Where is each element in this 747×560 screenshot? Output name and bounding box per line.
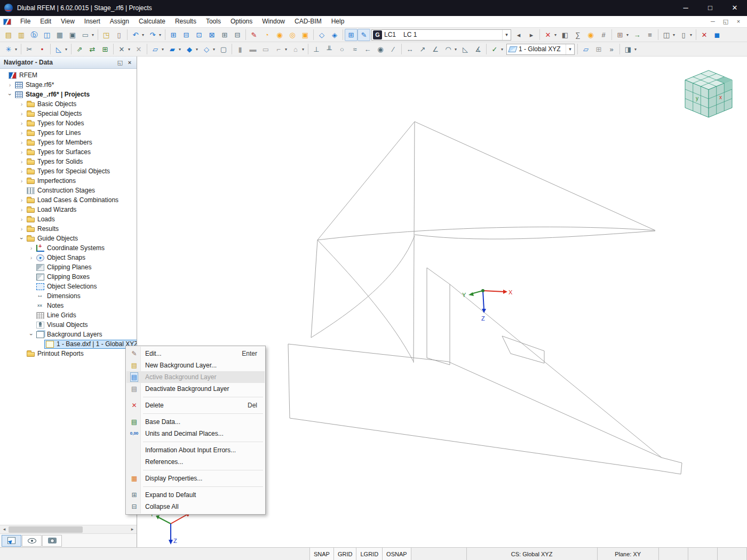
standard-button[interactable]: ▣ ▾ xyxy=(299,29,312,41)
tree-item-special-objects[interactable]: › Special Objects xyxy=(0,109,137,118)
tree-item-background-layers[interactable]: › Background Layers xyxy=(0,330,137,339)
tree-item-load-cases[interactable]: › Load Cases & Combinations xyxy=(0,195,137,205)
dimension-aligned-button[interactable]: ↗ ▾ xyxy=(416,43,429,55)
result-tables-button[interactable]: ⊞ ▾ xyxy=(614,29,631,41)
tree-caret-icon[interactable]: › xyxy=(18,120,25,126)
tree-caret-icon[interactable]: › xyxy=(18,110,25,117)
structure-tool-button[interactable]: ⌂ ▾ xyxy=(289,43,306,55)
side-panel-button[interactable]: ▯ ▾ xyxy=(677,29,694,41)
maximize-button[interactable]: □ xyxy=(698,0,722,16)
tree-item-types-for-solids[interactable]: › Types for Solids xyxy=(0,157,137,166)
tree-item-types-for-surfaces[interactable]: › Types for Surfaces xyxy=(0,147,137,157)
tree-item-object-snaps[interactable]: › Object Snaps xyxy=(0,253,137,262)
node-tool-button[interactable]: • ▾ xyxy=(36,43,49,55)
tree-caret-icon[interactable]: › xyxy=(18,197,25,203)
tree-caret-icon[interactable]: › xyxy=(18,149,25,155)
table-edit-button[interactable]: ⊡ ▾ xyxy=(193,29,205,41)
filter-edit-button[interactable]: ✎ ▾ xyxy=(248,29,260,41)
tree-caret-icon[interactable]: › xyxy=(18,139,25,146)
views-button[interactable] xyxy=(42,535,62,547)
cs-dropdown-icon[interactable]: ▾ xyxy=(566,44,574,54)
tree-item-notes[interactable]: Notes xyxy=(0,301,137,310)
wall-tool-button[interactable]: ▭ ▾ xyxy=(259,43,272,55)
tree-item-basic-objects[interactable]: › Basic Objects xyxy=(0,99,137,109)
show-loads-button[interactable]: ◉ ▾ xyxy=(584,29,597,41)
regenerate-button[interactable]: ✓ ▾ xyxy=(488,43,505,55)
tree-item-visual-objects[interactable]: Visual Objects xyxy=(0,320,137,330)
hinge-button[interactable]: ○ ▾ xyxy=(336,43,348,55)
navigator-close-button[interactable]: × xyxy=(125,59,134,66)
menu-assign[interactable]: Assign xyxy=(105,16,134,27)
axes-position-button[interactable]: ◈ ▾ xyxy=(328,29,341,41)
dimension-angle-button[interactable]: ∠ ▾ xyxy=(429,43,442,55)
dlubal-online-button[interactable]: ⓑ ▾ xyxy=(28,29,41,41)
delete-results-button[interactable]: ✕ ▾ xyxy=(542,29,559,41)
menu-file[interactable]: File xyxy=(15,16,35,27)
tree-item-types-for-nodes[interactable]: › Types for Nodes xyxy=(0,118,137,128)
ctx-units[interactable]: 0,00 Units and Decimal Places... xyxy=(126,428,265,439)
tree-caret-icon[interactable]: › xyxy=(18,101,25,107)
tree-item-clipping-planes[interactable]: Clipping Planes xyxy=(0,262,137,272)
lc-prev-button[interactable]: ◂ ▾ xyxy=(512,29,525,41)
table-layout-button[interactable]: ⊞ ▾ xyxy=(167,29,180,41)
visibility-button[interactable] xyxy=(22,535,42,547)
refresh-button[interactable]: ◎ ▾ xyxy=(286,29,299,41)
status-coordinate-system[interactable]: CS: Global XYZ xyxy=(466,548,597,560)
ctx-delete[interactable]: ✕ Delete Del xyxy=(126,399,265,411)
tree-item-stage-projects[interactable]: › Stage_.rf6* | Projects xyxy=(0,90,137,99)
tree-caret-icon[interactable]: › xyxy=(18,130,25,136)
copy-object-button[interactable]: ◳ ▾ xyxy=(100,29,113,41)
tree-item-rfem[interactable]: RFEM xyxy=(0,70,137,80)
beam-tool-button[interactable]: ▬ ▾ xyxy=(247,43,259,55)
menu-cad-bim[interactable]: CAD-BIM xyxy=(290,16,327,27)
eccentricity-button[interactable]: ◉ ▾ xyxy=(374,43,387,55)
delete-node-button[interactable]: ✕ ▾ xyxy=(115,43,132,55)
tree-item-results[interactable]: › Results xyxy=(0,224,137,234)
spring-button[interactable]: ≈ ▾ xyxy=(348,43,361,55)
table-settings-button[interactable]: ⊟ ▾ xyxy=(231,29,244,41)
tree-item-types-for-members[interactable]: › Types for Members xyxy=(0,138,137,147)
solid-type-button[interactable]: ◇ ▾ xyxy=(200,43,217,55)
table-export-button[interactable]: ⊠ ▾ xyxy=(205,29,218,41)
frame-tool-button[interactable]: ⌐ ▾ xyxy=(272,43,289,55)
paste-button[interactable]: ▥ ▾ xyxy=(15,29,28,41)
print-button[interactable]: ▭ ▾ xyxy=(79,29,96,41)
tree-caret-icon[interactable]: › xyxy=(7,91,13,98)
osnap-toggle[interactable]: OSNAP xyxy=(382,548,411,560)
navigator-float-button[interactable]: ◱ xyxy=(115,59,125,66)
render-mode-button[interactable]: ◼ ▾ xyxy=(711,29,724,41)
undo-button[interactable]: ↶ ▾ xyxy=(129,29,146,41)
tree-item-clipping-boxes[interactable]: Clipping Boxes xyxy=(0,272,137,282)
menu-view[interactable]: View xyxy=(56,16,80,27)
ctx-active-background-layer[interactable]: ▤ Active Background Layer xyxy=(126,371,265,383)
data-panel-button[interactable] xyxy=(2,535,21,547)
column-tool-button[interactable]: ▮ ▾ xyxy=(234,43,247,55)
ctx-display-properties[interactable]: ▦ Display Properties... xyxy=(126,473,265,484)
tree-item-object-selections[interactable]: Object Selections xyxy=(0,282,137,291)
redo-button[interactable]: ↷ ▾ xyxy=(146,29,163,41)
nodal-support-button[interactable]: ⊥ ▾ xyxy=(310,43,323,55)
load-case-manager-button[interactable]: ⊞ ▾ xyxy=(345,29,357,41)
grid-settings-button[interactable]: ⊞ ▾ xyxy=(592,43,605,55)
work-plane-button[interactable]: ▱ ▾ xyxy=(579,43,592,55)
menu-calculate[interactable]: Calculate xyxy=(134,16,170,27)
tree-item-load-wizards[interactable]: › Load Wizards xyxy=(0,205,137,214)
status-work-plane[interactable]: Plane: XY xyxy=(597,548,658,560)
tree-caret-icon[interactable]: › xyxy=(28,254,35,261)
doc-minimize-button[interactable]: ─ xyxy=(706,16,719,27)
ctx-new-background-layer[interactable]: ▤ New Background Layer... xyxy=(126,359,265,371)
divide-member-button[interactable]: ∕ ▾ xyxy=(387,43,400,55)
doc-restore-button[interactable]: ◱ xyxy=(719,16,732,27)
scroll-right-icon[interactable]: ▸ xyxy=(128,525,137,533)
menu-results[interactable]: Results xyxy=(170,16,201,27)
tree-caret-icon[interactable]: › xyxy=(18,168,25,174)
release-button[interactable]: ← ▾ xyxy=(361,43,374,55)
member-list-button[interactable]: ⇄ ▾ xyxy=(86,43,99,55)
tree-item-imperfections[interactable]: › Imperfections xyxy=(0,176,137,186)
surface-type-button[interactable]: ▰ ▾ xyxy=(166,43,183,55)
new-note-button[interactable]: ▯ ▾ xyxy=(113,29,125,41)
new-surface-button[interactable]: ▱ ▾ xyxy=(149,43,166,55)
copy-to-clipboard-button[interactable]: ▤ ▾ xyxy=(2,29,15,41)
member-table-button[interactable]: ⊞ ▾ xyxy=(99,43,112,55)
tree-item-types-for-lines[interactable]: › Types for Lines xyxy=(0,128,137,138)
